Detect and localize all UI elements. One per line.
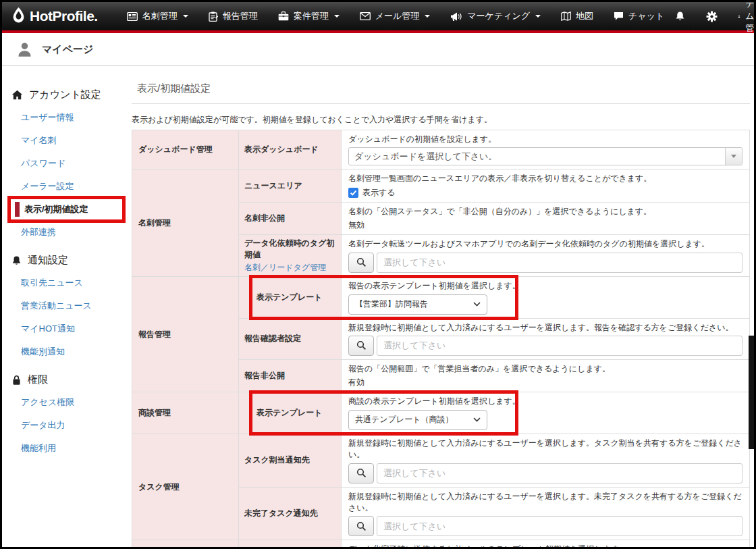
sidebar-item-0-5[interactable]: 外部連携 (2, 221, 127, 244)
sidebar-item-label: 表示/初期値設定 (24, 204, 88, 214)
checkbox-checked[interactable] (348, 188, 358, 198)
section-title: 表示/初期値設定 (137, 82, 750, 95)
page-title: マイページ (42, 43, 93, 56)
checkbox-line: 表示する (348, 187, 742, 199)
row-content-cell: 新規登録時に初期値として入力済みにするユーザーを選択します。報告を確認する方をご… (342, 319, 749, 359)
sidebar-item-1-1[interactable]: 営業活動ニュース (2, 294, 127, 317)
row-description: 新規登録時に初期値として入力済みにするユーザーを選択します。未完了タスクを共有す… (348, 491, 742, 515)
search-icon (356, 468, 367, 478)
chevron-down-icon (535, 15, 541, 18)
logo[interactable]: HotProfile. (11, 6, 98, 26)
row-label-cell: 未完了タスク通知先 (239, 488, 342, 540)
sidebar-item-1-3[interactable]: 機能別通知 (2, 340, 127, 363)
table-group-5: メール管理サンクスメールテンプレートデータ化完了時に送信するお礼メールのテンプレ… (132, 540, 749, 547)
clipboard-icon (209, 11, 218, 22)
row-description: ダッシュボードの初期値を設定します。 (348, 134, 742, 145)
notifications-button[interactable] (674, 11, 686, 22)
scrollbar-thumb[interactable] (749, 336, 754, 449)
map-icon (561, 11, 571, 21)
checkbox-label: 表示する (362, 187, 396, 199)
nav-item-6[interactable]: チャット (603, 2, 674, 30)
table-row: タスク割当通知先新規登録時に初期値として入力済みにするユーザーを選択します。タス… (239, 434, 749, 487)
table-row: サンクスメールテンプレートデータ化完了時に送信するお礼メールのテンプレート初期値… (239, 540, 749, 547)
sidebar-item-0-1[interactable]: マイ名刺 (2, 129, 127, 152)
row-label: タスク割当通知先 (244, 454, 335, 466)
sidebar-item-2-0[interactable]: アクセス権限 (2, 391, 127, 414)
sidebar-item-0-0[interactable]: ユーザー情報 (2, 106, 127, 129)
sidebar-section-title: 通知設定 (2, 249, 127, 271)
search-control (348, 516, 742, 536)
search-input[interactable] (377, 336, 742, 356)
search-button[interactable] (348, 463, 374, 483)
nav-item-3[interactable]: メール管理 (350, 2, 441, 30)
settings-button[interactable] (706, 11, 718, 22)
tag-manage-link[interactable]: 名刺／リードタグ管理 (244, 262, 335, 273)
nav-item-4[interactable]: マーケティング (440, 2, 551, 30)
gear-icon (706, 11, 718, 22)
main-content: 表示/初期値設定 表示および初期値設定が可能です。初期値を登録しておくことで入力… (127, 66, 754, 513)
row-content-cell: 商談の表示テンプレート初期値を選択します。共通テンプレート（商談） (342, 392, 749, 433)
row-label: 表示テンプレート (256, 292, 335, 303)
user-menu[interactable]: システム管理者 (738, 2, 754, 59)
user-name: システム管理者 (745, 2, 754, 59)
row-content-cell: 新規登録時に初期値として入力済みにするユーザーを選択します。タスク割当を共有する… (342, 434, 749, 487)
search-button[interactable] (348, 336, 374, 356)
search-icon (356, 340, 367, 350)
page-header: マイページ (2, 33, 754, 66)
table-row: 表示テンプレート報告の表示テンプレート初期値を選択します。【営業部】訪問報告 (239, 277, 749, 317)
sidebar-section-label: アカウント設定 (29, 88, 101, 101)
sidebar-item-0-2[interactable]: パスワード (2, 152, 127, 175)
row-content-cell: 報告の表示テンプレート初期値を選択します。【営業部】訪問報告 (342, 277, 749, 317)
navbar-right: システム管理者 (674, 2, 754, 59)
chevron-down-icon (183, 15, 188, 18)
table-row: 表示ダッシュボードダッシュボードの初期値を設定します。ダッシュボードを選択して下… (239, 130, 749, 169)
row-label-cell: ニュースエリア (239, 169, 342, 201)
group-label-cell: 商談管理 (132, 392, 239, 433)
dropdown-arrow-icon (725, 148, 742, 165)
static-value: 有効 (348, 377, 742, 388)
table-row: 表示テンプレート商談の表示テンプレート初期値を選択します。共通テンプレート（商談… (239, 392, 749, 433)
nav-item-1[interactable]: 報告管理 (198, 2, 268, 30)
row-select[interactable]: 【営業部】訪問報告 (348, 294, 487, 315)
row-label-cell: サンクスメールテンプレート (239, 540, 342, 547)
search-button[interactable] (348, 253, 374, 273)
sidebar-item-label: メーラー設定 (21, 181, 74, 191)
table-group-4: タスク管理タスク割当通知先新規登録時に初期値として入力済みにするユーザーを選択し… (132, 434, 749, 540)
select-value: 【営業部】訪問報告 (355, 298, 428, 310)
sidebar-item-label: マイHOT通知 (21, 323, 75, 334)
row-label: 表示ダッシュボード (244, 144, 335, 155)
table-row: 名刺非公開名刺の「公開ステータス」で「非公開（自分のみ）」を選択できるようにしま… (239, 202, 749, 234)
row-dropdown[interactable]: ダッシュボードを選択して下さい。 (348, 147, 742, 165)
sidebar-item-1-2[interactable]: マイHOT通知 (2, 317, 127, 340)
nav-item-2[interactable]: 案件管理 (268, 2, 350, 30)
sidebar-item-0-3[interactable]: メーラー設定 (2, 175, 127, 198)
sidebar-item-2-1[interactable]: データ出力 (2, 414, 127, 437)
sidebar-item-0-4[interactable]: 表示/初期値設定 (7, 196, 126, 223)
row-content-cell: 報告の「公開範囲」で「営業担当者のみ」を選択できるようにします。有効 (342, 360, 749, 392)
search-input[interactable] (377, 253, 742, 273)
row-label-cell: データ化依頼時のタグ初期値名刺／リードタグ管理 (239, 235, 342, 276)
nav-item-5[interactable]: 地図 (551, 2, 603, 30)
bell-icon (674, 11, 686, 22)
search-input[interactable] (377, 463, 742, 483)
row-label: 表示テンプレート (256, 407, 335, 419)
row-label-cell: 名刺非公開 (239, 203, 342, 234)
home-icon (11, 90, 23, 100)
sidebar-item-1-0[interactable]: 取引先ニュース (2, 271, 127, 294)
row-content-cell: 新規登録時に初期値として入力済みにするユーザーを選択します。未完了タスクを共有す… (342, 488, 749, 540)
row-content-cell: 名刺の「公開ステータス」で「非公開（自分のみ）」を選択できるようにします。無効 (342, 203, 749, 234)
row-label-cell: 表示テンプレート (239, 392, 342, 433)
chevron-icon (473, 302, 481, 307)
row-content-cell: ダッシュボードの初期値を設定します。ダッシュボードを選択して下さい。 (342, 130, 749, 169)
sidebar-item-label: アクセス権限 (21, 397, 74, 407)
megaphone-icon (450, 11, 462, 22)
sidebar-item-2-2[interactable]: 機能利用 (2, 437, 127, 460)
search-button[interactable] (348, 516, 374, 536)
group-rows: 表示テンプレート商談の表示テンプレート初期値を選択します。共通テンプレート（商談… (239, 392, 749, 433)
search-input[interactable] (377, 516, 742, 536)
row-select[interactable]: 共通テンプレート（商談） (348, 410, 487, 430)
sidebar-section-title: アカウント設定 (2, 84, 127, 106)
nav-item-0[interactable]: 名刺管理 (117, 2, 198, 30)
static-value: 無効 (348, 219, 742, 231)
nav-item-label: チャット (628, 10, 664, 22)
